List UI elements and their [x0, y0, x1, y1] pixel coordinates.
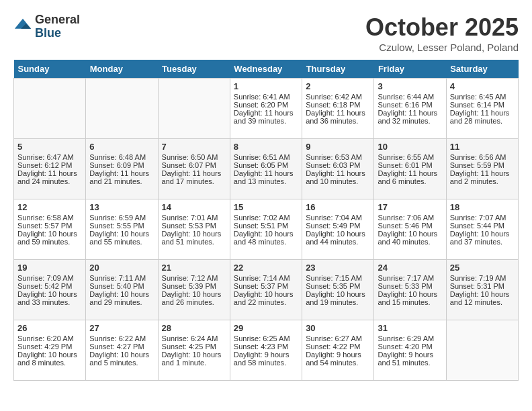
day-number: 17	[378, 202, 442, 212]
cell-text: and 40 minutes.	[378, 238, 442, 246]
cell-text: Daylight: 11 hours	[306, 169, 370, 177]
cell-text: Daylight: 10 hours	[17, 230, 82, 238]
calendar-cell: 17Sunrise: 7:06 AMSunset: 5:46 PMDayligh…	[374, 199, 446, 260]
cell-text: Sunrise: 7:01 AM	[162, 214, 226, 222]
cell-text: and 54 minutes.	[306, 359, 370, 367]
day-number: 6	[89, 142, 154, 152]
cell-text: Sunset: 5:44 PM	[450, 222, 515, 230]
day-number: 23	[306, 263, 370, 273]
location-text: Czulow, Lesser Poland, Poland	[365, 42, 519, 53]
cell-text: Daylight: 11 hours	[234, 169, 298, 177]
cell-text: Daylight: 10 hours	[162, 351, 226, 359]
cell-text: Daylight: 9 hours	[306, 351, 370, 359]
cell-text: Daylight: 11 hours	[306, 109, 370, 117]
day-number: 12	[17, 202, 82, 212]
calendar-cell: 23Sunrise: 7:15 AMSunset: 5:35 PMDayligh…	[302, 260, 374, 320]
cell-text: Sunrise: 6:59 AM	[89, 214, 154, 222]
calendar-cell: 22Sunrise: 7:14 AMSunset: 5:37 PMDayligh…	[230, 260, 302, 320]
cell-text: Sunrise: 6:56 AM	[450, 153, 515, 161]
cell-text: and 28 minutes.	[450, 117, 515, 125]
cell-text: Sunset: 5:31 PM	[450, 282, 515, 290]
day-number: 10	[378, 142, 442, 152]
calendar-cell: 19Sunrise: 7:09 AMSunset: 5:42 PMDayligh…	[14, 260, 86, 320]
cell-text: Daylight: 11 hours	[378, 109, 442, 117]
cell-text: and 33 minutes.	[17, 298, 82, 306]
cell-text: Daylight: 10 hours	[378, 290, 442, 298]
calendar-table: SundayMondayTuesdayWednesdayThursdayFrid…	[13, 60, 519, 381]
cell-text: and 21 minutes.	[89, 177, 154, 185]
logo-blue-text: Blue	[35, 27, 80, 40]
cell-text: and 5 minutes.	[89, 359, 154, 367]
cell-text: Sunrise: 7:02 AM	[234, 214, 298, 222]
cell-text: Sunrise: 7:15 AM	[306, 274, 370, 282]
calendar-cell: 18Sunrise: 7:07 AMSunset: 5:44 PMDayligh…	[446, 199, 518, 260]
cell-text: and 17 minutes.	[162, 177, 226, 185]
day-number: 13	[89, 202, 154, 212]
cell-text: Sunset: 6:01 PM	[378, 161, 442, 169]
cell-text: and 13 minutes.	[234, 177, 298, 185]
cell-text: and 19 minutes.	[306, 298, 370, 306]
day-number: 2	[306, 81, 370, 91]
page-header: General Blue October 2025 Czulow, Lesser…	[13, 13, 519, 53]
calendar-cell	[86, 79, 158, 139]
cell-text: Sunset: 5:39 PM	[162, 282, 226, 290]
cell-text: Daylight: 10 hours	[306, 290, 370, 298]
calendar-cell: 21Sunrise: 7:12 AMSunset: 5:39 PMDayligh…	[158, 260, 230, 320]
cell-text: Sunset: 5:35 PM	[306, 282, 370, 290]
cell-text: Sunset: 6:18 PM	[306, 101, 370, 109]
cell-text: Daylight: 10 hours	[378, 230, 442, 238]
calendar-cell: 27Sunrise: 6:22 AMSunset: 4:27 PMDayligh…	[86, 320, 158, 381]
cell-text: and 26 minutes.	[162, 298, 226, 306]
cell-text: and 55 minutes.	[89, 238, 154, 246]
cell-text: Sunrise: 6:20 AM	[17, 334, 82, 342]
cell-text: Sunset: 6:05 PM	[234, 161, 298, 169]
cell-text: and 1 minute.	[162, 359, 226, 367]
cell-text: Daylight: 10 hours	[234, 290, 298, 298]
cell-text: and 59 minutes.	[17, 238, 82, 246]
cell-text: Daylight: 10 hours	[306, 230, 370, 238]
calendar-cell: 2Sunrise: 6:42 AMSunset: 6:18 PMDaylight…	[302, 79, 374, 139]
header-monday: Monday	[86, 60, 158, 79]
cell-text: and 12 minutes.	[450, 298, 515, 306]
calendar-cell: 5Sunrise: 6:47 AMSunset: 6:12 PMDaylight…	[14, 139, 86, 199]
cell-text: Daylight: 10 hours	[162, 230, 226, 238]
cell-text: Sunset: 5:33 PM	[378, 282, 442, 290]
cell-text: Sunrise: 7:04 AM	[306, 214, 370, 222]
day-number: 26	[17, 323, 82, 333]
cell-text: Sunrise: 6:45 AM	[450, 93, 515, 101]
cell-text: Daylight: 10 hours	[89, 230, 154, 238]
cell-text: Sunset: 5:51 PM	[234, 222, 298, 230]
day-number: 27	[89, 323, 154, 333]
calendar-cell	[14, 79, 86, 139]
month-title: October 2025	[365, 13, 519, 42]
cell-text: Daylight: 10 hours	[234, 230, 298, 238]
cell-text: and 24 minutes.	[17, 177, 82, 185]
calendar-cell: 25Sunrise: 7:19 AMSunset: 5:31 PMDayligh…	[446, 260, 518, 320]
cell-text: and 10 minutes.	[306, 177, 370, 185]
cell-text: and 37 minutes.	[450, 238, 515, 246]
cell-text: Sunrise: 6:22 AM	[89, 334, 154, 342]
cell-text: and 6 minutes.	[378, 177, 442, 185]
cell-text: Daylight: 11 hours	[450, 169, 515, 177]
cell-text: Sunset: 4:23 PM	[234, 342, 298, 351]
cell-text: Daylight: 11 hours	[17, 169, 82, 177]
calendar-week-5: 26Sunrise: 6:20 AMSunset: 4:29 PMDayligh…	[14, 320, 519, 381]
calendar-cell: 30Sunrise: 6:27 AMSunset: 4:22 PMDayligh…	[302, 320, 374, 381]
calendar-cell: 11Sunrise: 6:56 AMSunset: 5:59 PMDayligh…	[446, 139, 518, 199]
cell-text: Daylight: 11 hours	[450, 109, 515, 117]
calendar-cell: 8Sunrise: 6:51 AMSunset: 6:05 PMDaylight…	[230, 139, 302, 199]
cell-text: Sunrise: 6:53 AM	[306, 153, 370, 161]
day-number: 4	[450, 81, 515, 91]
cell-text: Daylight: 10 hours	[17, 290, 82, 298]
logo-icon	[13, 17, 32, 36]
cell-text: Daylight: 11 hours	[234, 109, 298, 117]
day-number: 14	[162, 202, 226, 212]
cell-text: Daylight: 9 hours	[234, 351, 298, 359]
cell-text: Sunset: 5:49 PM	[306, 222, 370, 230]
calendar-cell	[446, 320, 518, 381]
cell-text: Sunset: 5:37 PM	[234, 282, 298, 290]
cell-text: and 36 minutes.	[306, 117, 370, 125]
cell-text: Sunset: 6:20 PM	[234, 101, 298, 109]
day-number: 31	[378, 323, 442, 333]
day-number: 1	[234, 81, 298, 91]
